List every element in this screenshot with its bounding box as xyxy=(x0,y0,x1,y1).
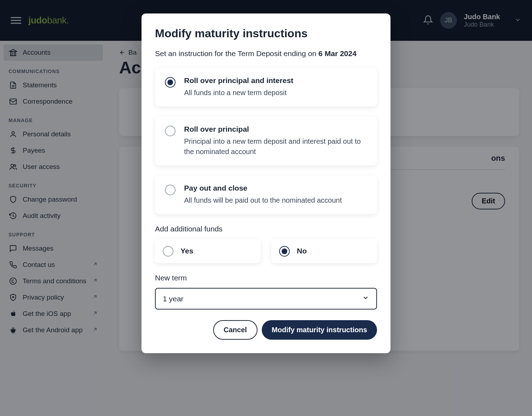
option-payout-close[interactable]: Pay out and close All funds will be paid… xyxy=(155,175,377,214)
radio-icon xyxy=(165,126,176,136)
modify-maturity-modal: Modify maturity instructions Set an inst… xyxy=(142,13,390,353)
add-funds-label: Add additional funds xyxy=(155,225,377,233)
option-title: Roll over principal xyxy=(184,125,367,133)
instruction-date: 6 Mar 2024 xyxy=(318,49,356,58)
no-label: No xyxy=(297,247,307,255)
option-title: Roll over principal and interest xyxy=(184,76,293,85)
modal-title: Modify maturity instructions xyxy=(155,27,377,40)
radio-icon xyxy=(279,246,290,257)
modal-overlay[interactable]: Modify maturity instructions Set an inst… xyxy=(0,0,532,416)
instruction-text: Set an instruction for the Term Deposit … xyxy=(155,49,318,58)
new-term-select[interactable]: 1 year xyxy=(155,288,377,310)
option-rollover-principal-interest[interactable]: Roll over principal and interest All fun… xyxy=(155,68,377,106)
option-title: Pay out and close xyxy=(184,184,342,192)
option-desc: Principal into a new term deposit and in… xyxy=(184,136,367,157)
cancel-button[interactable]: Cancel xyxy=(213,320,258,340)
radio-icon xyxy=(165,77,176,88)
select-value: 1 year xyxy=(163,295,183,303)
add-funds-no[interactable]: No xyxy=(271,239,377,263)
new-term-label: New term xyxy=(155,274,377,282)
confirm-button[interactable]: Modify maturity instructions xyxy=(262,320,377,340)
option-rollover-principal[interactable]: Roll over principal Principal into a new… xyxy=(155,116,377,165)
chevron-down-icon xyxy=(362,294,369,303)
radio-icon xyxy=(165,185,176,195)
yes-label: Yes xyxy=(181,247,193,255)
option-desc: All funds into a new term deposit xyxy=(184,88,293,98)
add-funds-yes[interactable]: Yes xyxy=(155,239,261,263)
option-desc: All funds will be paid out to the nomina… xyxy=(184,195,342,206)
radio-icon xyxy=(163,246,173,257)
modal-instruction: Set an instruction for the Term Deposit … xyxy=(155,49,377,58)
